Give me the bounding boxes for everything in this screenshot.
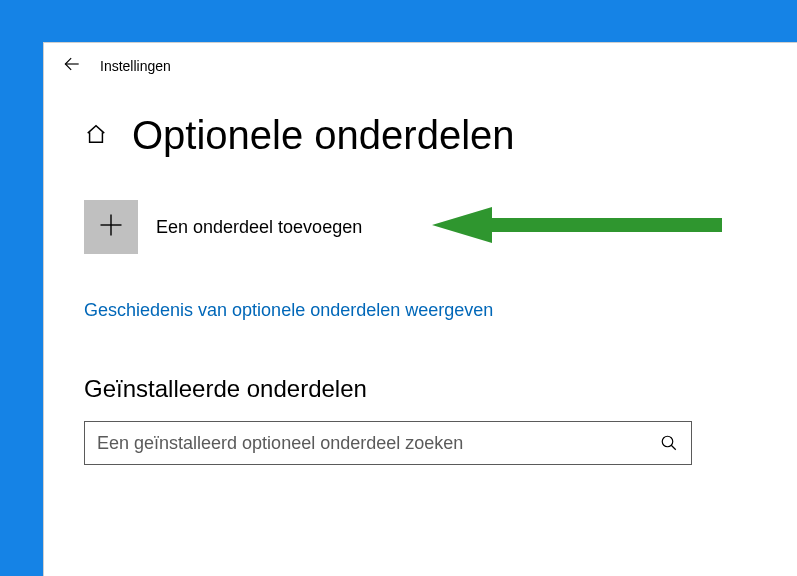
svg-line-5 <box>671 445 676 450</box>
search-icon <box>659 433 679 453</box>
history-link[interactable]: Geschiedenis van optionele onderdelen we… <box>84 300 493 321</box>
page-heading: Optionele onderdelen <box>84 113 757 158</box>
annotation-arrow <box>432 203 722 251</box>
home-button[interactable] <box>84 124 108 148</box>
add-icon-box <box>84 200 138 254</box>
content-area: Optionele onderdelen Een onderdeel toevo… <box>44 89 797 465</box>
back-button[interactable] <box>48 43 96 89</box>
svg-point-4 <box>662 436 673 447</box>
add-feature-button[interactable]: Een onderdeel toevoegen <box>84 200 757 254</box>
settings-window: Instellingen Optionele onderdelen <box>43 42 797 576</box>
titlebar: Instellingen <box>44 43 797 89</box>
app-title: Instellingen <box>100 58 171 74</box>
svg-marker-3 <box>432 207 722 243</box>
page-title: Optionele onderdelen <box>132 113 515 158</box>
home-icon <box>85 123 107 149</box>
plus-icon <box>97 211 125 243</box>
installed-heading: Geïnstalleerde onderdelen <box>84 375 757 403</box>
search-box[interactable] <box>84 421 692 465</box>
search-input[interactable] <box>97 433 659 454</box>
back-arrow-icon <box>62 54 82 78</box>
add-feature-label: Een onderdeel toevoegen <box>156 217 362 238</box>
